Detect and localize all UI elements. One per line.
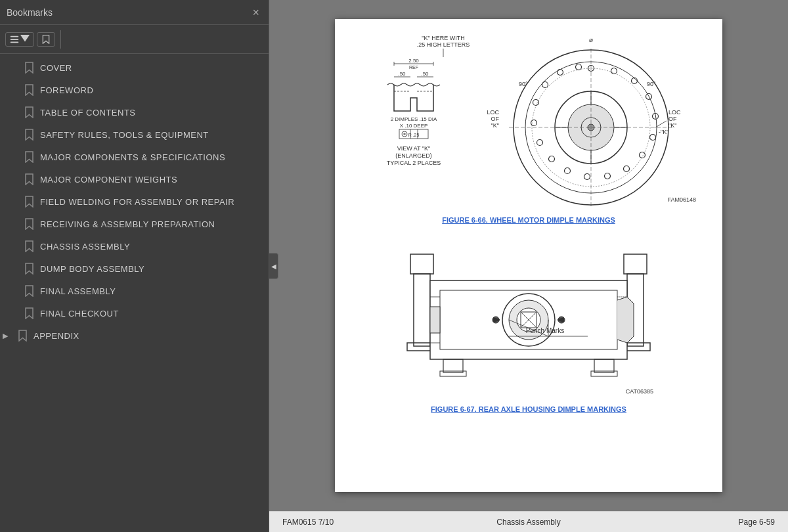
svg-point-45 [537,140,543,146]
bookmark-icon [25,129,33,141]
svg-text:.25 HIGH LETTERS: .25 HIGH LETTERS [417,41,470,48]
rear-axle-svg: Punch Marks [378,241,680,399]
svg-point-35 [632,78,638,84]
bookmark-label: RECEIVING & ASSEMBLY PREPARATION [40,219,262,229]
bookmark-item-final-assembly[interactable]: FINAL ASSEMBLY [0,280,269,302]
collapse-panel-button[interactable]: ◀ [269,253,278,279]
svg-text:TYPICAL 2 PLACES: TYPICAL 2 PLACES [387,160,441,166]
bookmark-label: FINAL ASSEMBLY [40,286,262,296]
list-icon [10,35,19,44]
svg-point-46 [531,120,537,126]
fig1-id: FAM06148 [667,196,696,203]
svg-text:⌀: ⌀ [589,36,593,43]
bookmark-icon [25,263,33,275]
expand-arrow-icon: ▶ [3,332,12,340]
page-status: Page 6-59 [611,518,775,527]
svg-rect-73 [414,274,430,346]
figure-1-section: "K" HERE WITH .25 HIGH LETTERS 2.50 [355,32,703,234]
bookmark-list: COVER FOREWORD TABLE OF CONTENTS SAFETY … [0,54,269,532]
svg-point-43 [565,168,571,174]
svg-text:(ENLARGED): (ENLARGED) [395,152,432,159]
bookmark-item-field-welding[interactable]: FIELD WELDING FOR ASSEMBLY OR REPAIR [0,190,269,213]
svg-line-67 [655,121,667,127]
svg-text:R .25: R .25 [408,133,420,137]
svg-text:OF: OF [491,116,500,122]
bookmark-label: CHASSIS ASSEMBLY [40,242,262,252]
bookmark-label: APPENDIX [33,331,262,341]
bookmark-item-foreword[interactable]: FOREWORD [0,79,269,101]
bookmark-item-chassis[interactable]: CHASSIS ASSEMBLY [0,235,269,257]
bookmark-item-safety[interactable]: SAFETY RULES, TOOLS & EQUIPMENT [0,123,269,146]
bookmark-label: TABLE OF CONTENTS [40,108,262,118]
svg-rect-2 [11,41,18,43]
wheel-motor-svg: "K" HERE WITH .25 HIGH LETTERS 2.50 [355,32,703,210]
svg-text:"K" HERE WITH: "K" HERE WITH [422,35,464,41]
bookmark-icon [25,196,33,208]
section-status: Chassis Assembly [447,518,611,527]
bookmark-item-major-comp-spec[interactable]: MAJOR COMPONENTS & SPECIFICATIONS [0,146,269,168]
svg-text:"K": "K" [491,122,499,129]
svg-point-47 [533,100,539,106]
svg-text:90°: 90° [647,81,656,87]
bookmark-label: FINAL CHECKOUT [40,309,262,319]
bookmark-label: MAJOR COMPONENTS & SPECIFICATIONS [40,152,262,162]
bookmark-view-button[interactable] [37,32,55,47]
svg-text:Punch Marks: Punch Marks [526,327,564,334]
svg-text:REF: REF [409,65,418,70]
dropdown-arrow-icon [20,35,30,44]
figure-2-section: Punch Marks [355,241,703,424]
bookmark-label: DUMP BODY ASSEMBLY [40,264,262,274]
bookmark-item-major-comp-weights[interactable]: MAJOR COMPONENT WEIGHTS [0,168,269,190]
svg-rect-1 [11,39,18,40]
svg-rect-96 [594,359,614,372]
sidebar: Bookmarks × [0,0,269,532]
page-container: "K" HERE WITH .25 HIGH LETTERS 2.50 [269,0,788,511]
list-view-button[interactable] [5,32,34,47]
sidebar-header: Bookmarks × [0,0,269,25]
bookmark-item-final-checkout[interactable]: FINAL CHECKOUT [0,302,269,324]
svg-text:LOC: LOC [668,109,681,116]
svg-rect-75 [624,254,647,274]
document-page: "K" HERE WITH .25 HIGH LETTERS 2.50 [335,19,722,492]
bookmark-item-receiving[interactable]: RECEIVING & ASSEMBLY PREPARATION [0,213,269,235]
figure-1-drawing: "K" HERE WITH .25 HIGH LETTERS 2.50 [355,32,703,210]
bookmark-item-dump-body[interactable]: DUMP BODY ASSEMBLY [0,257,269,280]
svg-point-38 [650,135,656,141]
sidebar-title: Bookmarks [7,7,53,18]
svg-point-49 [558,70,563,76]
svg-text:"K": "K" [668,122,676,129]
bookmark-item-toc[interactable]: TABLE OF CONTENTS [0,101,269,123]
svg-rect-0 [11,35,18,37]
bookmark-icon [25,84,33,96]
svg-text:.50: .50 [398,71,406,77]
bookmark-label: SAFETY RULES, TOOLS & EQUIPMENT [40,130,262,140]
bookmark-label: FIELD WELDING FOR ASSEMBLY OR REPAIR [40,197,262,207]
svg-point-41 [605,173,611,179]
bookmark-icon [25,151,33,163]
svg-point-50 [576,64,582,70]
fig2-id: CAT06385 [626,388,653,395]
svg-rect-95 [443,359,463,372]
bookmark-label: FOREWORD [40,85,262,95]
bookmark-label: COVER [40,63,262,73]
svg-rect-97 [440,371,466,376]
svg-point-39 [640,152,646,158]
sidebar-toolbar [0,25,269,54]
svg-point-40 [624,166,630,172]
bookmark-icon [25,173,33,185]
svg-text:VIEW AT "K": VIEW AT "K" [397,145,431,152]
svg-rect-72 [410,254,433,274]
toolbar-divider [60,30,61,49]
status-bar: FAM0615 7/10 Chassis Assembly Page 6-59 [269,511,788,532]
bookmark-icon [25,106,33,118]
bookmark-item-appendix[interactable]: ▶ APPENDIX [0,324,269,347]
figure-2-caption: FIGURE 6-67. REAR AXLE HOUSING DIMPLE MA… [431,405,626,413]
svg-point-42 [584,174,590,180]
content-area: "K" HERE WITH .25 HIGH LETTERS 2.50 [269,0,788,532]
svg-point-48 [542,82,548,88]
svg-text:2.50: 2.50 [408,58,419,64]
close-sidebar-button[interactable]: × [250,5,262,20]
bookmark-item-cover[interactable]: COVER [0,56,269,79]
svg-text:2 DIMPLES .15 DIA: 2 DIMPLES .15 DIA [391,116,437,122]
svg-text:.50: .50 [421,71,429,77]
